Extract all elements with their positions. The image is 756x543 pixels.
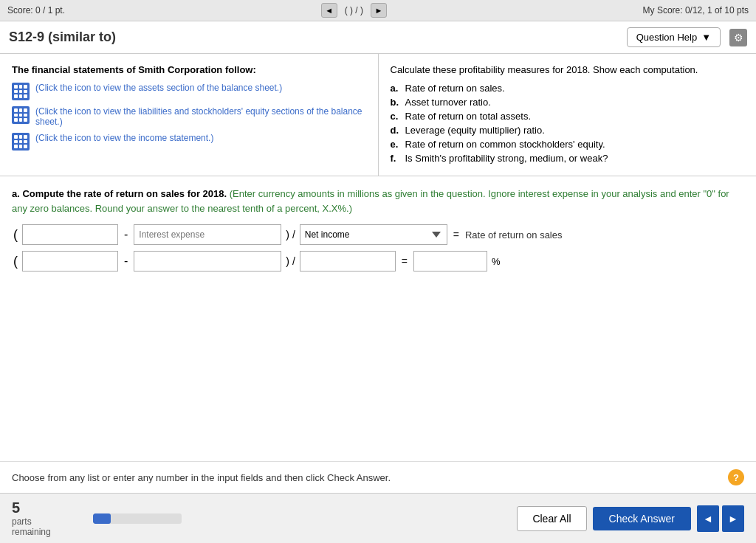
help-circle-icon[interactable]: ? <box>728 469 744 485</box>
gear-icon[interactable]: ⚙ <box>729 29 747 46</box>
close-paren-divider-1: ) / <box>284 229 296 241</box>
formula-input-2c[interactable] <box>300 251 396 272</box>
minus-sign-2: - <box>121 255 131 268</box>
open-paren-1: ( <box>12 227 19 243</box>
footer-buttons: Clear All Check Answer ◄ ► <box>517 505 744 532</box>
percent-sign: % <box>490 256 502 267</box>
item-b-letter: b. <box>391 97 401 108</box>
equals-sign-2: = <box>399 255 410 267</box>
item-c-text: Rate of return on total assets. <box>405 111 532 122</box>
formula-row-2: ( - ) / = % <box>12 251 744 272</box>
score-right: My Score: 0/12, 1 of 10 pts <box>643 5 749 15</box>
item-f-letter: f. <box>391 153 401 164</box>
next-arrow-top[interactable]: ► <box>371 3 387 18</box>
top-bar-spacer: ( ) / ) <box>340 5 368 15</box>
item-f-text: Is Smith's profitability strong, medium,… <box>405 153 608 164</box>
list-item-a: a. Rate of return on sales. <box>391 81 745 95</box>
list-item-d: d. Leverage (equity multiplier) ratio. <box>391 123 745 137</box>
question-section: a. Compute the rate of return on sales f… <box>0 176 756 288</box>
question-text: Compute the rate of return on sales for … <box>22 188 227 199</box>
page-title: S12-9 (similar to) <box>9 30 116 45</box>
close-paren-divider-2: ) / <box>284 255 296 267</box>
footer-bar: 5 partsremaining Clear All Check Answer … <box>0 493 756 543</box>
formula-row-1: ( - ) / Net income Net sales Total asset… <box>12 224 744 245</box>
dropdown-arrow-icon: ▼ <box>701 32 711 43</box>
grid-icon-3[interactable] <box>12 133 30 151</box>
header-row: S12-9 (similar to) Question Help ▼ ⚙ <box>0 21 756 54</box>
item-b-text: Asset turnover ratio. <box>405 97 491 108</box>
minus-sign-1: - <box>121 228 131 241</box>
item-e-text: Rate of return on common stockholders' e… <box>405 139 605 150</box>
equals-sign-1: = <box>450 229 462 241</box>
footer-nav: ◄ ► <box>697 505 744 532</box>
item-e-letter: e. <box>391 139 401 150</box>
score-left: Score: 0 / 1 pt. <box>7 5 65 15</box>
left-column: The financial statements of Smith Corpor… <box>0 54 379 176</box>
progress-bar-container <box>93 513 182 524</box>
parts-label: partsremaining <box>12 516 86 537</box>
formula-input-interest[interactable] <box>134 224 281 245</box>
items-list: a. Rate of return on sales. b. Asset tur… <box>391 81 745 165</box>
parts-row: 5 partsremaining <box>12 499 182 537</box>
net-income-dropdown[interactable]: Net income Net sales Total assets Total … <box>300 224 447 245</box>
top-bar: Score: 0 / 1 pt. ◄ ( ) / ) ► My Score: 0… <box>0 0 756 21</box>
left-heading: The financial statements of Smith Corpor… <box>12 64 366 75</box>
parts-number: 5 <box>12 499 86 516</box>
parts-info: 5 partsremaining <box>12 499 86 537</box>
question-help-button[interactable]: Question Help ▼ <box>627 27 721 47</box>
list-item-f: f. Is Smith's profitability strong, medi… <box>391 151 745 165</box>
item-a-text: Rate of return on sales. <box>405 83 505 94</box>
item-a-letter: a. <box>391 83 401 94</box>
item-d-text: Leverage (equity multiplier) ratio. <box>405 125 545 136</box>
income-statement-link[interactable]: (Click the icon to view the income state… <box>35 133 213 143</box>
grid-icon-2[interactable] <box>12 106 30 124</box>
item-d-letter: d. <box>391 125 401 136</box>
formula-input-2a[interactable] <box>22 251 118 272</box>
open-paren-2: ( <box>12 254 19 269</box>
clear-all-button[interactable]: Clear All <box>517 506 586 531</box>
list-item-b: b. Asset turnover ratio. <box>391 95 745 109</box>
question-label: a. <box>12 188 22 199</box>
main-content: The financial statements of Smith Corpor… <box>0 54 756 461</box>
balance-sheet-assets-link[interactable]: (Click the icon to view the assets secti… <box>35 83 282 93</box>
balance-sheet-liabilities-link[interactable]: (Click the icon to view the liabilities … <box>35 106 366 127</box>
right-column: Calculate these profitability measures f… <box>379 54 757 176</box>
bottom-instruction-bar: Choose from any list or enter any number… <box>0 461 756 493</box>
spacer-area <box>0 288 756 435</box>
item-c-letter: c. <box>391 111 401 122</box>
question-header: a. Compute the rate of return on sales f… <box>12 187 744 215</box>
footer-prev-button[interactable]: ◄ <box>697 505 719 532</box>
footer-next-button[interactable]: ► <box>722 505 744 532</box>
check-answer-button[interactable]: Check Answer <box>593 507 691 530</box>
formula-input-1a[interactable] <box>22 224 118 245</box>
list-item-e: e. Rate of return on common stockholders… <box>391 137 745 151</box>
progress-bar-fill <box>93 513 111 524</box>
bottom-instruction-text: Choose from any list or enter any number… <box>12 472 391 483</box>
link-row-1: (Click the icon to view the assets secti… <box>12 83 366 100</box>
right-instructions: Calculate these profitability measures f… <box>391 64 745 75</box>
two-column-section: The financial statements of Smith Corpor… <box>0 54 756 176</box>
list-item-c: c. Rate of return on total assets. <box>391 109 745 123</box>
question-help-label: Question Help <box>636 32 697 43</box>
link-row-2: (Click the icon to view the liabilities … <box>12 106 366 127</box>
link-row-3: (Click the icon to view the income state… <box>12 133 366 151</box>
formula-result-input[interactable] <box>413 251 487 272</box>
prev-arrow-top[interactable]: ◄ <box>321 3 337 18</box>
formula-input-2b[interactable] <box>134 251 281 272</box>
top-nav: ◄ ( ) / ) ► <box>321 3 387 18</box>
rate-of-return-label: Rate of return on sales <box>465 229 563 241</box>
grid-icon-1[interactable] <box>12 83 30 100</box>
